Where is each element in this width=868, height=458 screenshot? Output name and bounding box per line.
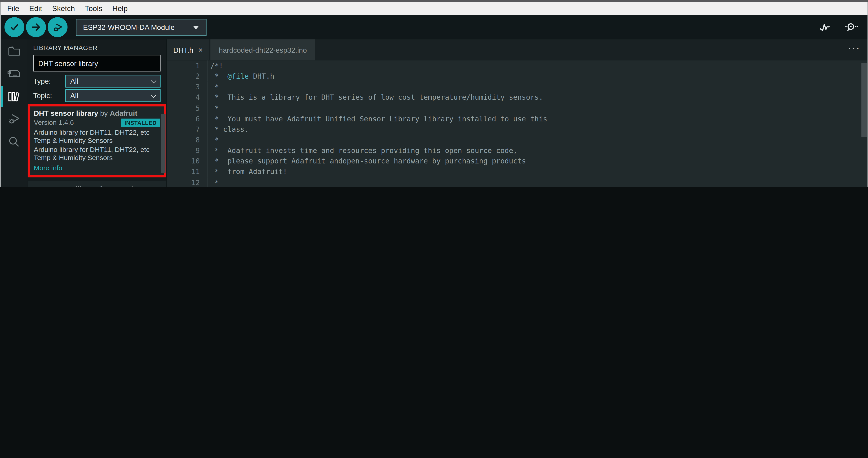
description-line: Arduino library for DHT11, DHT22, etc Te… — [34, 128, 160, 146]
menu-item-help[interactable]: Help — [107, 2, 132, 15]
sidebar-item-boards-manager[interactable] — [0, 67, 28, 81]
menu-item-edit[interactable]: Edit — [24, 2, 47, 15]
token: /*! — [211, 61, 223, 70]
more-info-link[interactable]: More info — [34, 163, 160, 172]
serial-monitor-icon[interactable] — [844, 22, 858, 32]
debug-bug-icon — [7, 113, 21, 125]
code-text: * — [208, 82, 868, 92]
code-text: * class. — [208, 124, 868, 135]
token: * from Adafruit! — [211, 168, 287, 176]
menu-item-sketch[interactable]: Sketch — [47, 2, 80, 15]
filter-select-value: All — [70, 91, 78, 100]
code-text: * please support Adafruit andopen-source… — [208, 156, 868, 167]
code-line: 4 * This is a library for DHT series of … — [167, 92, 868, 103]
by-text: by — [130, 185, 139, 187]
window-edge-left — [0, 2, 1, 187]
code-line: 12 * — [167, 177, 868, 187]
token: * You must have Adafruit Unified Sensor … — [211, 115, 547, 123]
token: * — [211, 72, 227, 81]
code-line: 6 * You must have Adafruit Unified Senso… — [167, 113, 868, 124]
library-manager-panel: LIBRARY MANAGER Type:AllTopic:All DHT se… — [28, 39, 166, 187]
editor-tabbar: DHT.h×hardcoded-dht22-esp32.ino··· — [167, 39, 868, 60]
token: * — [211, 83, 219, 91]
check-icon — [9, 22, 20, 32]
line-number: 8 — [167, 135, 208, 145]
board-selector-dropdown[interactable]: ESP32-WROOM-DA Module — [76, 19, 207, 36]
filter-row-topic: Topic:All — [33, 89, 160, 102]
debug-icon — [52, 22, 63, 33]
code-text: * — [208, 177, 868, 187]
verify-button[interactable] — [4, 17, 24, 37]
board-icon — [7, 69, 21, 79]
sidebar-item-sketchbook[interactable] — [0, 44, 28, 58]
serial-plotter-icon[interactable] — [819, 22, 830, 32]
line-number: 7 — [167, 124, 208, 135]
tab-hardcoded-dht22-esp32-ino[interactable]: hardcoded-dht22-esp32.ino — [211, 39, 315, 60]
menu-item-tools[interactable]: Tools — [80, 2, 107, 15]
arduino-ide-window: FileEditSketchToolsHelp ESP32-WROOM-DA M… — [0, 0, 868, 187]
line-number: 3 — [167, 82, 208, 92]
line-number: 5 — [167, 103, 208, 113]
sidebar-item-library-manager[interactable] — [0, 90, 28, 103]
code-text: * This is a library for DHT series of lo… — [208, 92, 868, 103]
filter-row-type: Type:All — [33, 75, 160, 87]
main-area: LIBRARY MANAGER Type:AllTopic:All DHT se… — [0, 39, 868, 187]
code-text: * You must have Adafruit Unified Sensor … — [208, 113, 868, 124]
window-edge-right — [867, 2, 868, 187]
token: * Adafruit invests time and resources pr… — [211, 146, 518, 155]
line-number: 4 — [167, 92, 208, 103]
code-line: 10 * please support Adafruit andopen-sou… — [167, 156, 868, 167]
filter-label: Topic: — [33, 91, 65, 100]
filter-select-topic[interactable]: All — [65, 89, 160, 102]
editor-scrollbar-thumb[interactable] — [862, 63, 867, 137]
token: * — [211, 104, 219, 112]
chevron-down-icon — [151, 92, 156, 97]
sidebar-item-debug[interactable] — [0, 113, 28, 126]
library-entry[interactable]: DHT sensor library by AdafruitVersion 1.… — [28, 104, 166, 177]
token: * — [211, 136, 219, 144]
line-number: 10 — [167, 156, 208, 167]
token: @file — [227, 72, 249, 81]
close-icon[interactable]: × — [198, 46, 203, 54]
code-line: 5 * — [167, 103, 868, 113]
filter-select-type[interactable]: All — [65, 75, 160, 87]
line-number: 1 — [167, 60, 208, 71]
token: * This is a library for DHT series of lo… — [211, 93, 543, 102]
panel-scrollbar-thumb[interactable] — [161, 114, 165, 173]
token: * please support Adafruit andopen-source… — [211, 157, 526, 165]
code-line: 3 * — [167, 82, 868, 92]
line-number: 6 — [167, 113, 208, 124]
library-version: Version 1.4.6 — [34, 119, 74, 127]
chevron-down-icon — [193, 26, 199, 29]
library-search-input[interactable] — [33, 55, 160, 71]
code-area[interactable]: 1/*!2 * @file DHT.h3 *4 * This is a libr… — [167, 60, 868, 187]
code-text: * from Adafruit! — [208, 166, 868, 177]
line-number: 2 — [167, 71, 208, 82]
sidebar-item-search[interactable] — [0, 135, 28, 148]
library-entry-meta: Version 1.4.6INSTALLED — [34, 119, 160, 127]
filter-select-value: All — [70, 77, 78, 85]
menu-item-file[interactable]: File — [2, 2, 24, 15]
line-number: 11 — [167, 166, 208, 177]
library-name: DHT sensor library for ESPx — [33, 185, 130, 187]
start-debugging-button[interactable] — [48, 17, 67, 37]
token: DHT.h — [249, 72, 274, 81]
library-books-icon — [7, 90, 21, 103]
code-text: * Adafruit invests time and resources pr… — [208, 145, 868, 156]
activity-bar — [0, 39, 28, 187]
code-line: 2 * @file DHT.h — [167, 71, 868, 82]
upload-button[interactable] — [26, 17, 46, 37]
tab-dht-h[interactable]: DHT.h× — [167, 39, 210, 60]
library-description: Arduino library for DHT11, DHT22, etc Te… — [34, 128, 160, 163]
library-entry-title: DHT sensor library for ESPx by beegee_to… — [33, 185, 160, 187]
board-selector-label: ESP32-WROOM-DA Module — [83, 23, 175, 31]
search-icon — [8, 136, 20, 148]
more-actions-button[interactable]: ··· — [848, 44, 861, 53]
code-text: /*! — [208, 60, 868, 71]
tab-label: DHT.h — [173, 46, 193, 54]
code-line: 1/*! — [167, 60, 868, 71]
tab-label: hardcoded-dht22-esp32.ino — [219, 46, 307, 54]
library-entry[interactable]: DHT sensor library for ESPx by beegee_to… — [28, 180, 166, 187]
installed-badge: INSTALLED — [121, 119, 160, 127]
library-filters: Type:AllTopic:All — [28, 75, 166, 102]
